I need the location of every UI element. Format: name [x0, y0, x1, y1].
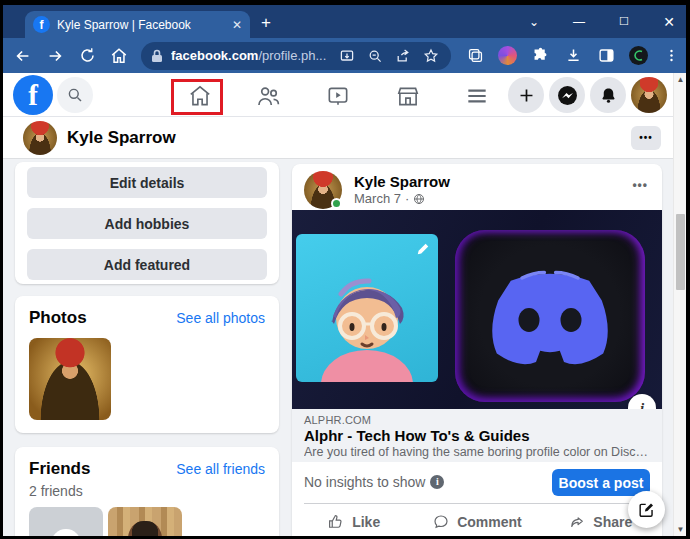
profile-name: Kyle Sparrow	[67, 128, 176, 148]
comment-bubble-icon	[432, 513, 450, 531]
post-image[interactable]: i	[292, 210, 662, 409]
browser-toolbar: facebook.com/profile.ph...	[3, 38, 686, 73]
post-author-name[interactable]: Kyle Sparrow	[354, 173, 450, 190]
bell-icon	[599, 86, 618, 105]
messenger-icon	[557, 85, 578, 106]
facebook-header: f	[3, 73, 673, 117]
tab-title: Kyle Sparrow | Facebook	[57, 18, 225, 32]
link-title[interactable]: Alphr - Tech How To's & Guides	[304, 427, 650, 444]
like-button[interactable]: Like	[292, 504, 415, 536]
messenger-button[interactable]	[549, 77, 585, 113]
photos-card: Photos See all photos	[15, 296, 279, 433]
install-app-icon[interactable]	[337, 46, 357, 66]
new-tab-button[interactable]: +	[261, 13, 271, 33]
header-actions	[508, 77, 667, 113]
friend-thumbnail-placeholder[interactable]	[29, 507, 103, 536]
boost-post-button[interactable]: Boost a post	[552, 469, 650, 496]
compose-fab-button[interactable]	[628, 491, 665, 528]
menu-bars-icon	[464, 83, 490, 109]
see-all-photos-link[interactable]: See all photos	[176, 310, 265, 326]
profile-avatar[interactable]	[631, 77, 667, 113]
post-date[interactable]: March 7	[354, 191, 401, 206]
comment-label: Comment	[457, 514, 522, 530]
comment-button[interactable]: Comment	[415, 504, 538, 536]
like-label: Like	[352, 514, 380, 530]
bookmark-star-icon[interactable]	[421, 46, 441, 66]
friends-count: 2 friends	[29, 483, 83, 499]
url-text: facebook.com/profile.ph...	[171, 48, 329, 63]
url-path: /profile.ph...	[258, 48, 326, 63]
reading-list-icon[interactable]	[465, 46, 485, 66]
link-domain: ALPHR.COM	[304, 414, 650, 426]
extension-gradient-icon[interactable]	[498, 46, 517, 65]
extensions-puzzle-icon[interactable]	[530, 46, 550, 66]
title-bar: f Kyle Sparrow | Facebook ✕ + ⌄ — ☐ ✕	[3, 5, 686, 38]
create-button[interactable]	[508, 77, 544, 113]
tab-close-icon[interactable]: ✕	[232, 18, 242, 32]
search-icon	[67, 87, 83, 103]
nav-marketplace-tab[interactable]	[393, 81, 423, 111]
facebook-page: f	[3, 73, 673, 536]
share-icon[interactable]	[393, 46, 413, 66]
photo-thumbnail[interactable]	[29, 338, 111, 420]
content-area: Edit details Add hobbies Add featured Ph…	[3, 159, 673, 536]
silhouette-head	[51, 529, 81, 536]
insights-text: No insights to show i	[304, 474, 444, 490]
window-controls: ⌄ — ☐ ✕	[525, 5, 678, 38]
edit-details-button[interactable]: Edit details	[27, 167, 267, 198]
meta-separator: ·	[405, 191, 409, 206]
marketplace-nav-icon	[395, 83, 421, 109]
edit-pencil-icon[interactable]	[416, 242, 430, 256]
watch-nav-icon	[325, 83, 351, 109]
friends-card: Friends See all friends 2 friends	[15, 447, 279, 536]
home-icon[interactable]	[109, 46, 129, 66]
reload-icon[interactable]	[77, 46, 97, 66]
kebab-menu-icon[interactable]	[661, 46, 681, 66]
add-featured-button[interactable]: Add featured	[27, 249, 267, 280]
forward-icon[interactable]	[45, 46, 65, 66]
insights-info-icon[interactable]: i	[430, 475, 444, 489]
side-panel-icon[interactable]	[596, 46, 616, 66]
chrome-frame: f Kyle Sparrow | Facebook ✕ + ⌄ — ☐ ✕	[3, 5, 686, 536]
like-thumb-icon	[327, 513, 345, 531]
back-icon[interactable]	[13, 46, 33, 66]
avatar-art-panel	[296, 234, 438, 382]
link-description: Are you tired of having the same boring …	[304, 445, 650, 459]
chevron-down-icon[interactable]: ⌄	[525, 15, 543, 29]
nav-menu-tab[interactable]	[462, 81, 492, 111]
notifications-button[interactable]	[590, 77, 626, 113]
address-bar[interactable]: facebook.com/profile.ph...	[141, 42, 451, 70]
zoom-icon[interactable]	[365, 46, 385, 66]
minimize-button[interactable]: —	[570, 15, 588, 29]
extension-avatar-icon[interactable]	[629, 46, 648, 65]
page-scrollbar[interactable]: ▲ ▼	[673, 73, 686, 536]
nav-friends-tab[interactable]	[253, 81, 283, 111]
close-button[interactable]: ✕	[660, 14, 678, 30]
globe-privacy-icon	[413, 193, 425, 205]
browser-window: f Kyle Sparrow | Facebook ✕ + ⌄ — ☐ ✕	[0, 0, 690, 539]
link-preview[interactable]: ALPHR.COM Alphr - Tech How To's & Guides…	[292, 409, 662, 462]
scroll-down-arrow-icon[interactable]: ▼	[674, 523, 686, 536]
maximize-button[interactable]: ☐	[615, 15, 633, 28]
cartoon-avatar-art	[296, 234, 438, 382]
friend-thumbnail-photo[interactable]	[108, 507, 182, 536]
image-info-button[interactable]: i	[628, 394, 656, 409]
downloads-icon[interactable]	[563, 46, 583, 66]
scroll-up-arrow-icon[interactable]: ▲	[674, 73, 686, 86]
url-domain: facebook.com	[171, 48, 258, 63]
add-hobbies-button[interactable]: Add hobbies	[27, 208, 267, 239]
nav-watch-tab[interactable]	[323, 81, 353, 111]
lock-icon	[151, 49, 163, 63]
search-button[interactable]	[57, 77, 93, 113]
banner-avatar[interactable]	[23, 121, 57, 155]
post-more-button[interactable]: •••	[632, 178, 648, 192]
banner-more-button[interactable]: •••	[631, 126, 661, 150]
nav-home-tab[interactable]	[185, 81, 215, 111]
see-all-friends-link[interactable]: See all friends	[176, 461, 265, 477]
facebook-favicon-icon: f	[33, 16, 50, 33]
scrollbar-thumb[interactable]	[676, 214, 685, 290]
plus-icon	[518, 87, 535, 104]
online-status-dot	[331, 198, 342, 209]
facebook-logo[interactable]: f	[13, 75, 53, 115]
browser-tab[interactable]: f Kyle Sparrow | Facebook ✕	[25, 11, 250, 38]
